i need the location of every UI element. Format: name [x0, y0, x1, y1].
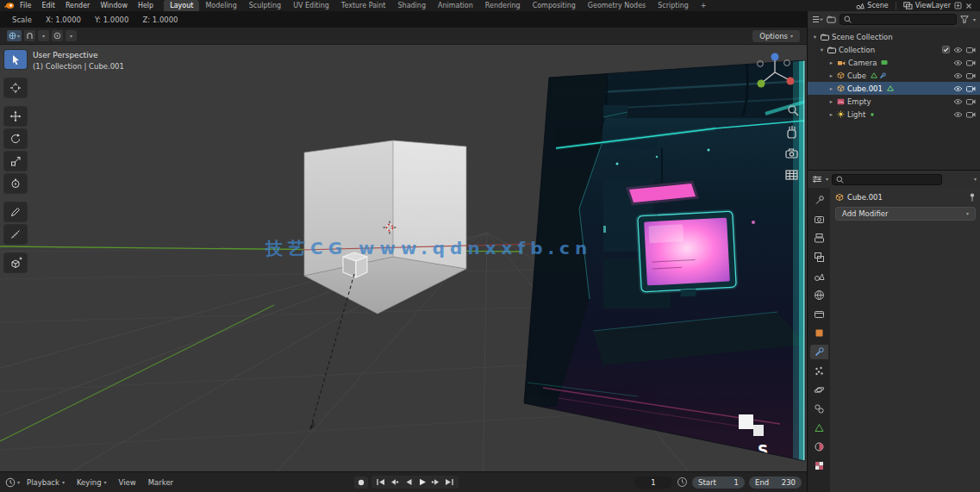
view-layer-selector[interactable]: ViewLayer — [903, 2, 951, 9]
menu-window[interactable]: Window — [95, 2, 133, 9]
render-visibility-camera-icon[interactable] — [966, 85, 976, 92]
chevron-down-icon[interactable]: ▾ — [826, 177, 828, 182]
tool-select-box[interactable] — [4, 50, 27, 69]
disclosure-triangle-icon[interactable]: ▾ — [819, 47, 825, 53]
tool-cursor[interactable] — [4, 78, 27, 97]
tool-annotate[interactable] — [4, 202, 27, 221]
new-view-layer-icon[interactable] — [954, 2, 962, 9]
timeline-editor-icon[interactable] — [5, 477, 16, 488]
tab-material[interactable] — [810, 439, 828, 454]
options-button[interactable]: Options ▾ — [752, 30, 800, 42]
tab-geometry-nodes[interactable]: Geometry Nodes — [582, 0, 652, 11]
tab-modeling[interactable]: Modeling — [199, 0, 242, 11]
operator-redo-panel[interactable]: Scale X: 1.0000 Y: 1.0000 Z: 1.0000 — [0, 11, 807, 28]
outliner-display-mode-dropdown[interactable] — [812, 16, 823, 23]
menu-render[interactable]: Render — [60, 2, 95, 9]
outliner-row-cube-001[interactable]: ▸ Cube.001 — [808, 82, 980, 95]
disclosure-triangle-icon[interactable]: ▸ — [828, 85, 834, 92]
render-visibility-camera-icon[interactable] — [966, 47, 976, 53]
jump-to-start-button[interactable] — [374, 476, 387, 488]
render-visibility-camera-icon[interactable] — [966, 111, 976, 118]
tab-world[interactable] — [810, 288, 828, 302]
tool-transform[interactable] — [4, 174, 27, 193]
eye-icon[interactable] — [953, 85, 963, 92]
menu-keying[interactable]: Keying▾ — [72, 478, 112, 487]
tab-modifiers[interactable] — [810, 345, 828, 359]
exclude-checkbox[interactable] — [942, 46, 950, 53]
tab-render[interactable] — [810, 212, 828, 227]
viewport-canvas[interactable]: S 技艺CG www.qdnxxfb.cn — [0, 45, 807, 471]
tab-object[interactable] — [810, 326, 828, 340]
frame-start-field[interactable]: Start1 — [692, 476, 745, 489]
snapping-magnet-icon[interactable] — [24, 30, 35, 41]
auto-keying-button[interactable] — [354, 476, 368, 489]
disclosure-triangle-icon[interactable]: ▸ — [828, 59, 834, 66]
eye-icon[interactable] — [953, 111, 963, 118]
remove-view-layer-icon[interactable] — [965, 3, 972, 9]
play-button[interactable] — [415, 476, 428, 488]
tab-uv-editing[interactable]: UV Editing — [287, 0, 335, 11]
snapping-dropdown[interactable]: ▾ — [38, 30, 49, 41]
outliner-row-camera[interactable]: ▸ Camera — [808, 56, 980, 69]
tab-animation[interactable]: Animation — [432, 0, 479, 11]
properties-editor-icon[interactable] — [812, 175, 822, 184]
tab-physics[interactable] — [810, 383, 828, 397]
tab-scene[interactable] — [810, 269, 828, 283]
pin-icon[interactable] — [969, 193, 976, 202]
proportional-editing-icon[interactable] — [52, 30, 63, 41]
outliner-row-light[interactable]: ▸ Light — [808, 108, 980, 121]
proportional-dropdown[interactable]: ▾ — [66, 30, 77, 41]
render-visibility-camera-icon[interactable] — [966, 98, 976, 105]
render-visibility-camera-icon[interactable] — [966, 59, 976, 66]
gizmo-z-axis[interactable] — [771, 53, 779, 61]
tab-collection[interactable] — [810, 307, 828, 321]
menu-file[interactable]: File — [15, 2, 36, 9]
tool-scale[interactable] — [4, 152, 27, 171]
outliner-search[interactable] — [840, 14, 957, 25]
eye-icon[interactable] — [953, 59, 963, 66]
disclosure-triangle-icon[interactable]: ▸ — [828, 98, 834, 105]
new-collection-icon[interactable] — [827, 16, 836, 23]
menu-edit[interactable]: Edit — [36, 2, 60, 9]
viewport-3d[interactable]: S 技艺CG www.qdnxxfb.cn — [0, 45, 807, 471]
frame-end-field[interactable]: End230 — [749, 476, 802, 489]
tool-measure[interactable] — [4, 225, 27, 244]
menu-view[interactable]: View — [114, 478, 141, 487]
tab-texture-paint[interactable]: Texture Paint — [335, 0, 392, 11]
eye-icon[interactable] — [953, 47, 963, 53]
tab-scripting[interactable]: Scripting — [652, 0, 695, 11]
tab-rendering[interactable]: Rendering — [479, 0, 527, 11]
tab-constraints[interactable] — [810, 402, 828, 416]
properties-search[interactable] — [832, 174, 942, 185]
add-modifier-button[interactable]: Add Modifier ▾ — [835, 207, 976, 221]
scene-selector[interactable]: Scene — [856, 2, 888, 9]
menu-marker[interactable]: Marker — [143, 478, 178, 487]
menu-playback[interactable]: Playback▾ — [22, 478, 70, 487]
chevron-down-icon[interactable]: ▾ — [974, 177, 977, 182]
disclosure-triangle-icon[interactable]: ▸ — [828, 72, 834, 79]
tab-shading[interactable]: Shading — [391, 0, 432, 11]
outliner-search-input[interactable] — [854, 16, 952, 24]
outliner-row-collection[interactable]: ▾ Collection — [808, 43, 980, 56]
transform-orientation-dropdown[interactable]: ▾ — [7, 30, 22, 41]
prev-keyframe-button[interactable] — [388, 476, 401, 488]
tool-add-cube[interactable] — [4, 253, 27, 272]
jump-to-end-button[interactable] — [443, 476, 456, 488]
outliner-row-scene-collection[interactable]: ▾ Scene Collection — [808, 30, 980, 43]
tab-compositing[interactable]: Compositing — [527, 0, 582, 11]
add-workspace-button[interactable]: + — [695, 0, 713, 11]
current-frame-field[interactable]: 1 — [634, 476, 672, 489]
reference-image-plane[interactable]: S — [517, 58, 807, 464]
tab-view-layer[interactable] — [810, 250, 828, 265]
gizmo-x-axis[interactable] — [787, 78, 795, 85]
tab-output[interactable] — [810, 231, 828, 246]
gizmo-y-axis[interactable] — [758, 80, 765, 88]
tab-texture[interactable] — [810, 458, 828, 473]
chevron-down-icon[interactable]: ▾ — [973, 17, 976, 22]
chevron-down-icon[interactable]: ▾ — [17, 480, 20, 485]
tab-particles[interactable] — [810, 364, 828, 378]
eye-icon[interactable] — [953, 98, 963, 105]
tab-sculpting[interactable]: Sculpting — [243, 0, 287, 11]
disclosure-triangle-icon[interactable]: ▸ — [828, 111, 834, 118]
tool-move[interactable] — [4, 107, 27, 126]
